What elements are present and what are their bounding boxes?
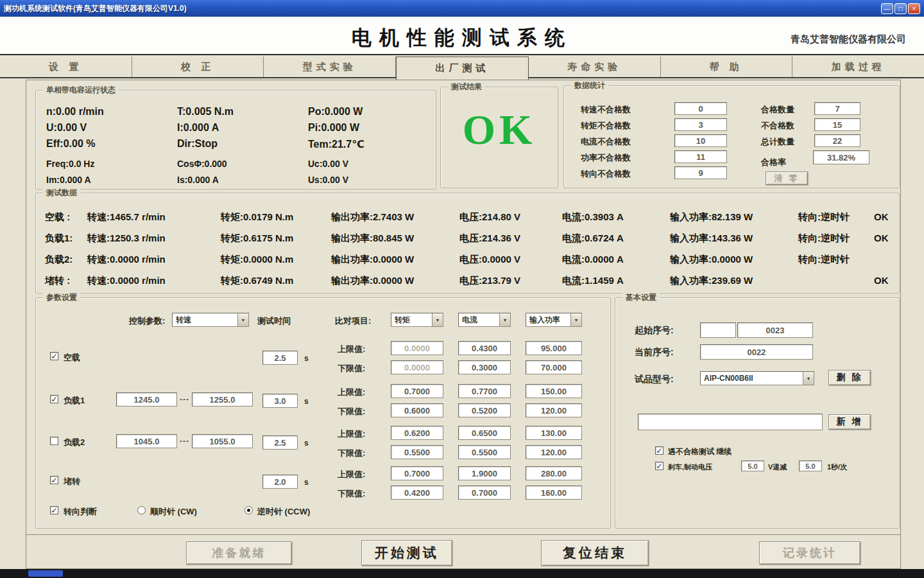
noload-upper-current[interactable]: 0.4300 <box>458 341 511 355</box>
row-pout: 输出功率:80.845 W <box>331 232 459 245</box>
add-button[interactable]: 新 增 <box>828 414 871 430</box>
load2-upper-torque[interactable]: 0.6200 <box>391 426 443 440</box>
load1-lower-current[interactable]: 0.5200 <box>458 403 511 417</box>
maximize-icon[interactable]: □ <box>894 3 907 14</box>
checkbox-load2[interactable] <box>50 437 58 445</box>
status-us: Us:0.00 V <box>308 175 348 185</box>
chevron-down-icon[interactable]: ▼ <box>237 313 248 326</box>
test-time-label: 测试时间 <box>257 315 291 327</box>
chevron-down-icon[interactable]: ▼ <box>499 313 510 326</box>
record-stats-button[interactable]: 记录统计 <box>759 541 860 565</box>
row-torque: 转矩:0.6749 N.m <box>221 275 331 287</box>
load1-range-from[interactable]: 1245.0 <box>116 392 177 407</box>
load2-time-input[interactable]: 2.5 <box>262 435 298 450</box>
load1-upper-current[interactable]: 0.7700 <box>458 384 511 398</box>
stall-upper-current[interactable]: 1.9000 <box>458 466 511 480</box>
tab-calibration[interactable]: 校 正 <box>132 57 264 77</box>
compare-pin-value: 输入功率 <box>526 313 570 326</box>
tab-load-process[interactable]: 加载过程 <box>792 57 924 77</box>
tab-settings[interactable]: 设 置 <box>0 57 132 77</box>
delete-button[interactable]: 删 除 <box>828 370 871 385</box>
reset-end-button[interactable]: 复位结束 <box>541 540 649 566</box>
compare-torque-value: 转矩 <box>391 313 432 326</box>
start-sn-spinner[interactable] <box>700 322 736 338</box>
chevron-down-icon[interactable]: ▼ <box>432 313 443 326</box>
stall-upper-pin[interactable]: 280.00 <box>526 466 582 480</box>
load2-lower-current[interactable]: 0.5500 <box>458 445 511 459</box>
load1-lower-torque[interactable]: 0.6000 <box>391 403 443 417</box>
new-model-input[interactable] <box>638 414 823 430</box>
basic-panel-title: 基本设置 <box>622 292 660 303</box>
noload-lower-pin[interactable]: 70.000 <box>526 360 582 374</box>
row-torque: 转矩:0.0179 N.m <box>221 211 331 223</box>
checkbox-noload[interactable]: ✓ <box>50 352 58 360</box>
load2-label: 负载2 <box>64 437 85 448</box>
start-test-button[interactable]: 开始测试 <box>361 540 452 566</box>
load2-range-from[interactable]: 1045.0 <box>116 434 177 448</box>
noload-time-input[interactable]: 2.5 <box>262 351 298 365</box>
compare-select-torque[interactable]: 转矩 ▼ <box>391 313 443 327</box>
load1-time-input[interactable]: 3.0 <box>262 394 298 408</box>
stall-lower-torque[interactable]: 0.4200 <box>391 486 443 500</box>
taskbar-item[interactable] <box>28 570 63 577</box>
chevron-down-icon[interactable]: ▼ <box>570 313 581 326</box>
checkbox-direction-judge[interactable]: ✓ <box>50 506 58 514</box>
brake-voltage-input[interactable]: 5.0 <box>741 460 764 471</box>
compare-select-current[interactable]: 电流 ▼ <box>458 313 511 327</box>
tab-help[interactable]: 帮 助 <box>661 57 793 77</box>
stall-time-input[interactable]: 2.0 <box>262 475 298 489</box>
param-panel-title: 参数设置 <box>43 292 80 303</box>
stall-time-unit: s <box>304 478 309 487</box>
brake-step-input[interactable]: 5.0 <box>799 460 822 471</box>
control-param-select[interactable]: 转速 ▼ <box>172 313 249 327</box>
brake-label: 刹车,制动电压 <box>668 462 712 472</box>
current-sn-input[interactable]: 0022 <box>700 344 813 360</box>
control-param-value: 转速 <box>173 313 237 326</box>
model-select[interactable]: AIP-CN00B6II ▼ <box>700 371 814 385</box>
compare-select-pin[interactable]: 输入功率 ▼ <box>526 313 582 327</box>
load2-lower-pin[interactable]: 120.00 <box>526 445 582 459</box>
checkbox-brake[interactable]: ✓ <box>655 462 663 470</box>
load1-lower-pin[interactable]: 120.00 <box>526 403 582 417</box>
start-sn-input[interactable]: 0023 <box>737 322 813 338</box>
stall-lower-pin[interactable]: 160.00 <box>526 486 582 500</box>
check-icon: ✓ <box>51 506 57 515</box>
status-po: Po:0.000 W <box>308 106 363 118</box>
load2-upper-current[interactable]: 0.6500 <box>458 426 511 440</box>
noload-upper-pin[interactable]: 95.000 <box>526 341 582 355</box>
noload-lower-current[interactable]: 0.3000 <box>458 360 511 374</box>
page-title: 电机性能测试系统 <box>0 24 924 51</box>
tab-type-test[interactable]: 型式实验 <box>264 57 396 77</box>
row-pout: 输出功率:0.0000 W <box>331 254 459 266</box>
load1-range-to[interactable]: 1255.0 <box>192 392 253 407</box>
status-uc: Uc:0.00 V <box>308 159 348 169</box>
load2-range-to[interactable]: 1055.0 <box>192 434 253 448</box>
chevron-down-icon[interactable]: ▼ <box>803 372 814 385</box>
close-icon[interactable]: × <box>908 3 920 14</box>
tab-life-test[interactable]: 寿命实验 <box>529 57 661 77</box>
load2-upper-pin[interactable]: 130.00 <box>526 426 582 440</box>
header: 电机性能测试系统 青岛艾普智能仪器有限公司 <box>0 17 924 55</box>
checkbox-load1[interactable]: ✓ <box>50 395 58 403</box>
radio-ccw[interactable] <box>244 506 253 514</box>
tab-factory-test[interactable]: 出厂测试 <box>396 57 529 80</box>
load2-lower-torque[interactable]: 0.5500 <box>391 445 443 459</box>
clear-stats-button[interactable]: 清 零 <box>766 171 808 185</box>
row-current: 电流:0.3903 A <box>562 211 670 223</box>
load1-upper-pin[interactable]: 150.00 <box>526 384 582 398</box>
row-voltage: 电压:214.36 V <box>459 232 562 245</box>
direction-judge-label: 转向判断 <box>64 506 97 518</box>
radio-cw[interactable] <box>137 506 146 514</box>
ready-button[interactable]: 准备就绪 <box>186 541 292 565</box>
row-pout: 输出功率:2.7403 W <box>331 211 459 223</box>
stat-current-fail-label: 电流不合格数 <box>581 136 631 148</box>
noload-upper-torque[interactable]: 0.0000 <box>391 341 443 355</box>
stall-upper-torque[interactable]: 0.7000 <box>391 466 443 480</box>
checkbox-continue-on-fail[interactable]: ✓ <box>655 446 663 455</box>
stats-panel: 数据统计 转速不合格数 0 转矩不合格数 3 电流不合格数 10 功率不合格数 … <box>563 85 900 188</box>
checkbox-stall[interactable]: ✓ <box>50 476 58 484</box>
noload-lower-torque[interactable]: 0.0000 <box>391 360 443 374</box>
minimize-icon[interactable]: — <box>881 3 893 14</box>
load1-upper-torque[interactable]: 0.7000 <box>391 384 443 398</box>
stall-lower-current[interactable]: 0.7000 <box>458 486 511 500</box>
